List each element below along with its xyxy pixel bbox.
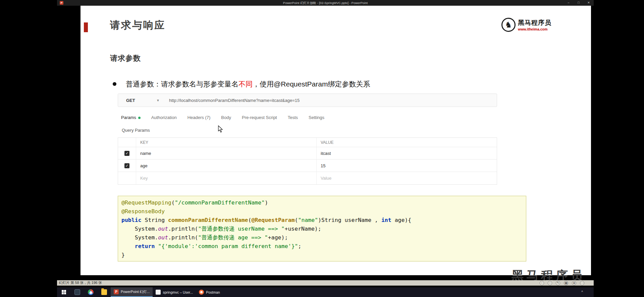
postman-tab-params[interactable]: Params xyxy=(121,115,141,120)
next-slide-icon[interactable]: › xyxy=(548,281,552,285)
code-line: System.out.println("普通参数传递 userName ==> … xyxy=(121,225,523,233)
tray-chevron-icon[interactable]: ^ xyxy=(581,287,583,297)
mouse-cursor-icon xyxy=(218,125,223,133)
param-value[interactable]: itcast xyxy=(317,147,497,159)
checkbox-cell xyxy=(118,172,136,184)
param-key[interactable]: age xyxy=(136,160,317,172)
maximize-button[interactable]: □ xyxy=(574,0,584,6)
task-view-icon xyxy=(74,289,80,295)
statusbar-icons: ‹›✎▦⊕⋯ xyxy=(540,281,584,285)
param-value[interactable]: Value xyxy=(317,172,497,184)
postman-panel: GET ▼ http://localhost/commonParamDiffer… xyxy=(118,94,497,188)
more-options-icon[interactable]: ⋯ xyxy=(580,281,584,285)
header-value: VALUE xyxy=(317,138,497,147)
taskbar-app-label: Postman xyxy=(206,290,220,294)
param-checkbox[interactable]: ✓ xyxy=(124,163,129,168)
taskbar-app-postman[interactable]: Postman xyxy=(196,287,223,297)
task-view-button[interactable] xyxy=(70,287,84,297)
see-all-slides-icon[interactable]: ▦ xyxy=(564,281,568,285)
code-line: @RequestMapping("/commonParamDifferentNa… xyxy=(121,198,523,207)
window-titlebar: P PowerPoint 幻灯片放映 - [02-SpringMVC.pptx]… xyxy=(57,0,594,6)
query-params-label: Query Params xyxy=(122,128,150,133)
query-params-table: KEY VALUE ✓nameitcast✓age15KeyValue xyxy=(118,137,497,185)
code-line: @ResponseBody xyxy=(121,207,523,216)
windows-taskbar: PPowerPoint 幻灯...springmvc – User...Post… xyxy=(57,287,594,297)
slide-counter: 幻灯片 第 58 张，共 196 张 xyxy=(59,281,102,285)
code-line: return "{'module':'common param differen… xyxy=(121,242,523,251)
header-key: KEY xyxy=(136,138,317,147)
folder-icon xyxy=(101,289,107,295)
bullet-dot-icon xyxy=(113,82,116,86)
brand-name: 黑马程序员 xyxy=(518,18,551,27)
taskbar-app-intellij[interactable]: springmvc – User... xyxy=(153,287,196,297)
postman-tab-tests[interactable]: Tests xyxy=(288,115,298,120)
request-url-input[interactable]: http://localhost/commonParamDifferentNam… xyxy=(169,98,300,103)
param-value[interactable]: 15 xyxy=(317,160,497,172)
code-line: public String commonParamDifferentName(@… xyxy=(121,216,523,225)
code-line: System.out.println("普通参数传递 age ==> "+age… xyxy=(121,233,523,242)
param-key[interactable]: Key xyxy=(136,172,317,184)
header-checkbox-cell xyxy=(118,138,136,147)
postman-icon xyxy=(199,290,204,295)
windows-logo-icon xyxy=(62,290,66,294)
slide-subtitle: 请求参数 xyxy=(110,53,141,63)
taskbar-app-label: springmvc – User... xyxy=(163,290,193,294)
slide-canvas: 请求与响应 黑马程序员 www.itheima.com 请求参数 普通参数：请求… xyxy=(80,6,591,275)
bullet-text: 普通参数：请求参数名与形参变量名不同，使用@RequestParam绑定参数关系 xyxy=(126,79,370,89)
highlight-text: 不同 xyxy=(238,80,253,88)
title-accent-bar xyxy=(84,22,88,32)
slide-title: 请求与响应 xyxy=(110,18,165,32)
postman-tabs: ParamsAuthorizationHeaders (7)BodyPre-re… xyxy=(121,115,324,120)
code-line: } xyxy=(121,251,523,259)
query-params-rows: ✓nameitcast✓age15KeyValue xyxy=(118,147,497,184)
param-checkbox[interactable]: ✓ xyxy=(124,151,129,156)
powerpoint-icon: P xyxy=(114,289,119,294)
window-title: PowerPoint 幻灯片放映 - [02-SpringMVC.pptx] -… xyxy=(57,0,594,6)
postman-tab-headers-7-[interactable]: Headers (7) xyxy=(187,115,211,120)
postman-tab-settings[interactable]: Settings xyxy=(309,115,324,120)
table-header-row: KEY VALUE xyxy=(118,138,497,147)
query-param-row: KeyValue xyxy=(118,172,497,184)
bullet-item: 普通参数：请求参数名与形参变量名不同，使用@RequestParam绑定参数关系 xyxy=(113,79,370,89)
chevron-down-icon: ▼ xyxy=(156,99,160,102)
postman-tab-authorization[interactable]: Authorization xyxy=(151,115,177,120)
taskbar-apps: PPowerPoint 幻灯...springmvc – User...Post… xyxy=(111,287,223,297)
previous-slide-icon[interactable]: ‹ xyxy=(540,281,544,285)
request-url-bar: GET ▼ http://localhost/commonParamDiffer… xyxy=(118,94,497,107)
brand-logo: 黑马程序员 www.itheima.com xyxy=(501,18,551,32)
file-explorer-launcher[interactable] xyxy=(97,287,111,297)
postman-tab-pre-request-script[interactable]: Pre-request Script xyxy=(242,115,277,120)
chrome-icon xyxy=(88,289,94,295)
checkbox-cell: ✓ xyxy=(118,160,136,172)
query-param-row: ✓age15 xyxy=(118,160,497,172)
intellij-icon xyxy=(156,290,161,295)
close-button[interactable]: ✕ xyxy=(584,0,594,6)
method-value: GET xyxy=(126,98,135,103)
chrome-launcher[interactable] xyxy=(84,287,97,297)
method-dropdown[interactable]: GET ▼ xyxy=(118,98,165,103)
taskbar-app-powerpoint[interactable]: PPowerPoint 幻灯... xyxy=(111,287,153,297)
params-active-dot xyxy=(138,117,141,119)
postman-tab-body[interactable]: Body xyxy=(221,115,231,120)
zoom-icon[interactable]: ⊕ xyxy=(572,281,576,285)
query-param-row: ✓nameitcast xyxy=(118,147,497,160)
code-block: @RequestMapping("/commonParamDifferentNa… xyxy=(118,196,526,261)
pen-icon[interactable]: ✎ xyxy=(556,281,560,285)
checkbox-cell: ✓ xyxy=(118,147,136,159)
horse-logo-icon xyxy=(501,18,516,32)
minimize-button[interactable]: – xyxy=(564,0,574,6)
taskbar-app-label: PowerPoint 幻灯... xyxy=(121,290,150,294)
param-key[interactable]: name xyxy=(136,147,317,159)
start-button[interactable] xyxy=(57,287,70,297)
slideshow-statusbar: 幻灯片 第 58 张，共 196 张 ‹›✎▦⊕⋯ xyxy=(57,280,594,286)
brand-url: www.itheima.com xyxy=(518,27,551,31)
